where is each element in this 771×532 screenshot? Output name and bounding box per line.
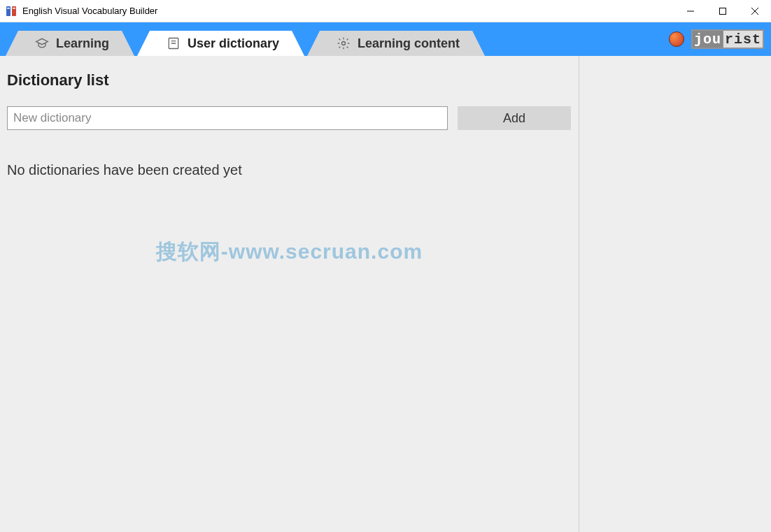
tab-label: Learning [56,36,109,51]
gear-icon [337,36,351,50]
add-button[interactable]: Add [458,106,571,130]
graduation-cap-icon [35,36,49,50]
tab-strip: Learning User dictionary Learning conten… [0,22,771,56]
titlebar: English Visual Vocabulary Builder [0,0,771,22]
svg-rect-2 [7,8,10,9]
jourist-logo: jourist [691,29,764,49]
side-column [579,56,771,532]
tab-learning[interactable]: Learning [6,31,134,56]
minimize-button[interactable] [674,0,707,22]
close-button[interactable] [739,0,771,22]
logo-part-2: rist [723,31,763,48]
empty-state-message: No dictionaries have been created yet [7,162,572,178]
main-column: Dictionary list Add No dictionaries have… [0,56,579,532]
tab-user-dictionary[interactable]: User dictionary [137,31,304,56]
logo-part-1: jou [693,31,723,48]
dictionary-icon [167,36,181,50]
page-title: Dictionary list [7,71,572,89]
tab-strip-right: jourist [662,22,771,56]
language-globe-icon[interactable] [669,31,684,47]
new-dictionary-input[interactable] [7,106,448,130]
tab-label: User dictionary [188,36,279,51]
maximize-button[interactable] [707,0,739,22]
tab-label: Learning content [358,36,460,51]
app-icon [6,6,17,17]
svg-rect-5 [720,8,726,14]
svg-point-11 [342,42,346,45]
window-title: English Visual Vocabulary Builder [22,6,157,16]
content-area: Dictionary list Add No dictionaries have… [0,56,771,532]
svg-rect-3 [13,8,15,9]
watermark-text: 搜软网-www.secruan.com [156,238,423,266]
tab-learning-content[interactable]: Learning content [307,31,485,56]
window-controls [674,0,771,22]
new-dictionary-row: Add [7,106,572,130]
